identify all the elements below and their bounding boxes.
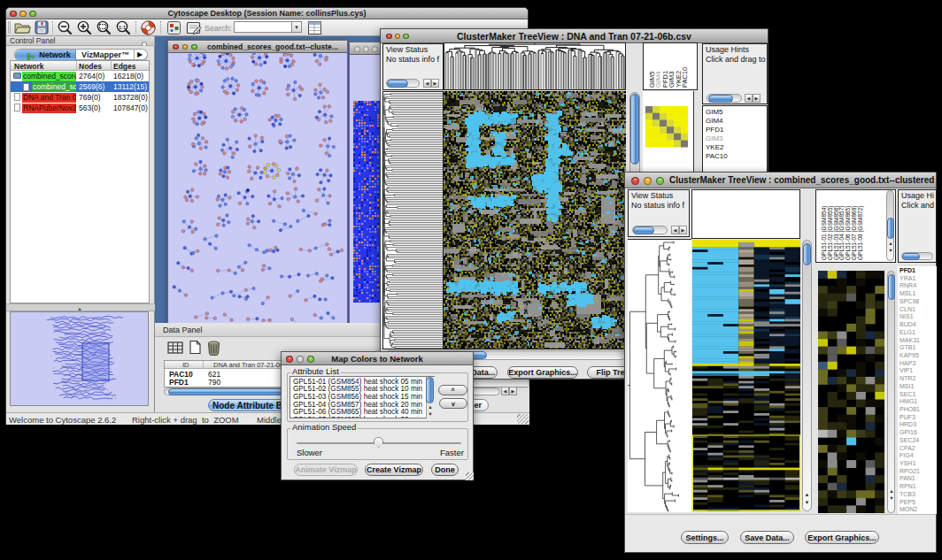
svg-text:GPL51-08 (GSM872): GPL51-08 (GSM872) xyxy=(857,206,864,260)
svg-text:PAC10: PAC10 xyxy=(681,67,689,88)
svg-text:1:1: 1:1 xyxy=(119,25,126,30)
